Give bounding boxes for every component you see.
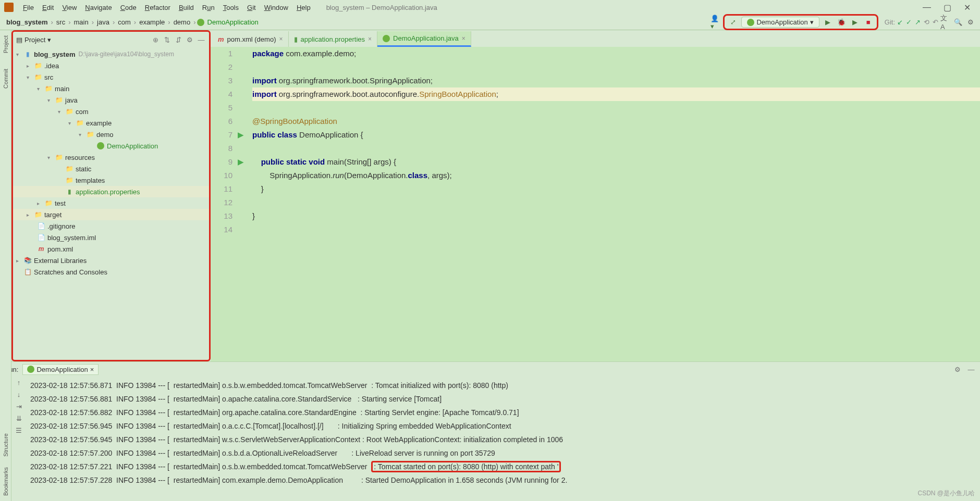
filter-icon[interactable]: ☰ bbox=[16, 427, 22, 434]
tree-demo[interactable]: ▾📁demo bbox=[13, 129, 209, 140]
menu-tools[interactable]: Tools bbox=[220, 3, 242, 12]
close-tab-icon[interactable]: × bbox=[368, 35, 372, 43]
crumb-example[interactable]: example bbox=[137, 17, 167, 27]
tool-settings-icon[interactable]: ⚙ bbox=[953, 365, 962, 374]
window-title-context: blog_system – DemoApplication.java bbox=[326, 4, 437, 11]
menu-navigate[interactable]: Navigate bbox=[82, 3, 115, 12]
close-tab-icon[interactable]: × bbox=[462, 35, 466, 42]
tool-settings-icon[interactable]: ⚙ bbox=[185, 35, 194, 44]
run-gutter-icon[interactable]: ▶ bbox=[238, 128, 248, 142]
run-tab[interactable]: DemoApplication× bbox=[22, 364, 99, 375]
wrap-icon[interactable]: ⇥ bbox=[16, 403, 22, 410]
crumb-main[interactable]: main bbox=[72, 17, 91, 27]
code-editor[interactable]: 1234567891011121314 ▶ ▶ package com.exam… bbox=[211, 47, 980, 361]
menu-edit[interactable]: Edit bbox=[39, 3, 57, 12]
sidebar-tab-commit[interactable]: Commit bbox=[3, 69, 9, 89]
tree-static[interactable]: 📁static bbox=[13, 163, 209, 174]
stop-button[interactable]: ■ bbox=[863, 17, 874, 28]
sidebar-tab-bookmarks[interactable]: Bookmarks bbox=[3, 467, 9, 496]
code-content[interactable]: package com.example.demo; import org.spr… bbox=[248, 47, 980, 361]
editor-tabs: mpom.xml (demo)× ▮application.properties… bbox=[211, 30, 980, 47]
crumb-project[interactable]: blog_system bbox=[4, 17, 50, 27]
tree-idea[interactable]: ▸📁.idea bbox=[13, 60, 209, 71]
tree-main[interactable]: ▾📁main bbox=[13, 83, 209, 94]
locate-icon[interactable]: ⊕ bbox=[151, 35, 160, 44]
project-tree[interactable]: ▾▮blog_systemD:\java-gitee\java104\blog_… bbox=[13, 47, 209, 360]
tree-java[interactable]: ▾📁java bbox=[13, 94, 209, 106]
chevron-down-icon[interactable]: ▾ bbox=[47, 36, 51, 44]
menu-refactor[interactable]: Refactor bbox=[142, 3, 174, 12]
spring-icon bbox=[197, 19, 204, 26]
maximize-button[interactable]: ▢ bbox=[938, 3, 957, 12]
down-icon[interactable]: ↓ bbox=[17, 391, 21, 398]
scroll-icon[interactable]: ⇊ bbox=[16, 415, 22, 422]
spring-icon bbox=[747, 19, 754, 26]
tree-target[interactable]: ▸📁target bbox=[13, 209, 209, 220]
menu-git[interactable]: Git bbox=[244, 3, 259, 12]
tab-pom[interactable]: mpom.xml (demo)× bbox=[213, 31, 289, 47]
close-tab-icon[interactable]: × bbox=[90, 366, 94, 373]
menu-file[interactable]: File bbox=[20, 3, 37, 12]
menu-code[interactable]: Code bbox=[117, 3, 140, 12]
build-button[interactable]: ⤢ bbox=[728, 17, 738, 28]
minimize-button[interactable]: — bbox=[917, 3, 936, 12]
tree-resources[interactable]: ▾📁resources bbox=[13, 152, 209, 163]
tree-gitignore[interactable]: 📄.gitignore bbox=[13, 220, 209, 232]
git-history-icon[interactable]: ⟲ bbox=[924, 18, 929, 26]
crumb-src[interactable]: src bbox=[54, 17, 67, 27]
sidebar-tab-structure[interactable]: Structure bbox=[3, 433, 9, 457]
highlighted-log: : Tomcat started on port(s): 8080 (http)… bbox=[371, 461, 561, 472]
git-rollback-icon[interactable]: ↶ bbox=[933, 18, 938, 26]
line-number-gutter: 1234567891011121314 bbox=[211, 47, 238, 361]
tab-appprops[interactable]: ▮application.properties× bbox=[289, 31, 378, 47]
crumb-java[interactable]: java bbox=[95, 17, 112, 27]
tree-scratches[interactable]: 📋Scratches and Consoles bbox=[13, 266, 209, 278]
tree-appprops[interactable]: ▮application.properties bbox=[13, 186, 209, 197]
tab-demoapp[interactable]: DemoApplication.java× bbox=[377, 31, 471, 47]
coverage-button[interactable]: ▶ bbox=[850, 17, 860, 28]
up-icon[interactable]: ↑ bbox=[17, 379, 21, 386]
tree-test[interactable]: ▸📁test bbox=[13, 197, 209, 209]
run-config-selector[interactable]: DemoApplication ▾ bbox=[741, 17, 819, 28]
tree-com[interactable]: ▾📁com bbox=[13, 106, 209, 117]
project-view-icon: ▤ bbox=[16, 36, 22, 44]
project-view-title[interactable]: Project bbox=[24, 36, 45, 44]
menu-help[interactable]: Help bbox=[293, 3, 314, 12]
tree-iml[interactable]: 📄blog_system.iml bbox=[13, 232, 209, 243]
tree-root[interactable]: ▾▮blog_systemD:\java-gitee\java104\blog_… bbox=[13, 48, 209, 60]
crumb-com[interactable]: com bbox=[116, 17, 133, 27]
search-icon[interactable]: 🔍 bbox=[953, 17, 963, 28]
git-commit-icon[interactable]: ✓ bbox=[906, 18, 912, 26]
git-push-icon[interactable]: ↗ bbox=[915, 18, 921, 26]
tree-src[interactable]: ▾📁src bbox=[13, 71, 209, 83]
collapse-all-icon[interactable]: ⇵ bbox=[174, 35, 183, 44]
hide-tool-icon[interactable]: — bbox=[197, 35, 206, 44]
menu-view[interactable]: View bbox=[59, 3, 80, 12]
spring-icon bbox=[383, 35, 390, 42]
debug-button[interactable]: 🐞 bbox=[836, 17, 847, 28]
translate-icon[interactable]: 文A bbox=[940, 17, 951, 28]
git-pull-icon[interactable]: ↙ bbox=[897, 18, 903, 26]
menu-build[interactable]: Build bbox=[176, 3, 197, 12]
settings-icon[interactable]: ⚙ bbox=[965, 17, 976, 28]
hide-tool-icon[interactable]: — bbox=[966, 365, 976, 374]
tree-templates[interactable]: 📁templates bbox=[13, 174, 209, 186]
crumb-file[interactable]: DemoApplication bbox=[205, 17, 261, 27]
tree-extlib[interactable]: ▸📚External Libraries bbox=[13, 255, 209, 266]
close-tab-icon[interactable]: × bbox=[279, 35, 283, 43]
close-button[interactable]: ✕ bbox=[959, 3, 976, 12]
menu-run[interactable]: Run bbox=[199, 3, 218, 12]
tree-example[interactable]: ▾📁example bbox=[13, 117, 209, 129]
props-icon: ▮ bbox=[294, 35, 298, 43]
menu-window[interactable]: Window bbox=[261, 3, 291, 12]
user-icon[interactable]: 👤▾ bbox=[710, 17, 721, 28]
tree-demoapp[interactable]: DemoApplication bbox=[13, 140, 209, 152]
crumb-demo[interactable]: demo bbox=[172, 17, 193, 27]
watermark: CSDN @是小鱼儿哈 bbox=[917, 489, 975, 498]
tree-pom[interactable]: mpom.xml bbox=[13, 243, 209, 255]
run-button[interactable]: ▶ bbox=[823, 17, 833, 28]
console-output[interactable]: 2023-02-18 12:57:56.871 INFO 13984 --- [… bbox=[26, 377, 980, 501]
run-gutter-icon[interactable]: ▶ bbox=[238, 155, 248, 169]
expand-all-icon[interactable]: ⇅ bbox=[162, 35, 172, 44]
sidebar-tab-project[interactable]: Project bbox=[3, 35, 9, 53]
